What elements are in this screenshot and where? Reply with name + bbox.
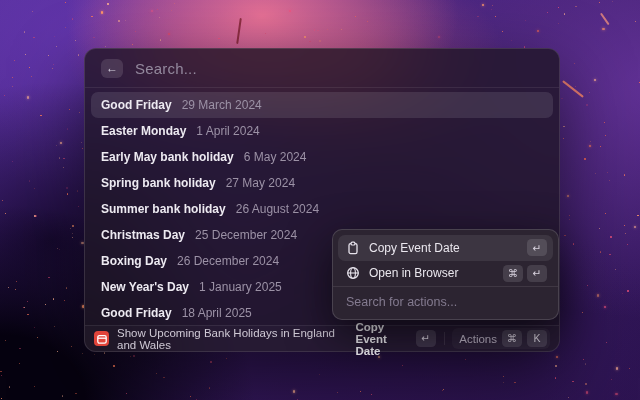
command-key-badge: ⌘ [502, 330, 522, 347]
holiday-title: Early May bank holiday [101, 150, 234, 164]
holiday-date: 26 December 2024 [177, 254, 279, 268]
actions-button[interactable]: Actions ⌘ K [452, 328, 550, 349]
primary-action-button[interactable]: Copy Event Date [356, 321, 410, 357]
launcher-window: ← Search... Good Friday 29 March 2024 Ea… [84, 48, 560, 352]
list-item[interactable]: Easter Monday 1 April 2024 [91, 118, 553, 144]
search-input[interactable]: Search... [135, 60, 197, 77]
action-search-input[interactable]: Search for actions... [346, 295, 545, 309]
calendar-red-icon [94, 331, 109, 346]
action-item-copy-event-date[interactable]: Copy Event Date ↵ [338, 235, 553, 261]
search-header: ← Search... [85, 49, 559, 88]
action-panel: Copy Event Date ↵ Open in Browser ⌘ ↵ Se… [332, 229, 559, 320]
holiday-title: Summer bank holiday [101, 202, 226, 216]
holiday-date: 29 March 2024 [182, 98, 262, 112]
action-key-badges: ⌘ ↵ [503, 265, 547, 282]
holiday-date: 1 April 2024 [196, 124, 259, 138]
command-title: Show Upcoming Bank Holidays in England a… [117, 327, 348, 351]
back-arrow-icon: ← [106, 62, 118, 74]
holiday-title: Spring bank holiday [101, 176, 216, 190]
holiday-title: Good Friday [101, 98, 172, 112]
holiday-date: 18 April 2025 [182, 306, 252, 320]
list-item[interactable]: Spring bank holiday 27 May 2024 [91, 170, 553, 196]
holiday-date: 1 January 2025 [199, 280, 282, 294]
holiday-title: Good Friday [101, 306, 172, 320]
holiday-title: New Year's Day [101, 280, 189, 294]
status-bar-right: Copy Event Date ↵ Actions ⌘ K [356, 321, 550, 357]
status-divider [444, 332, 445, 345]
action-label: Open in Browser [369, 266, 458, 280]
globe-icon [346, 266, 360, 280]
actions-label: Actions [459, 333, 497, 345]
holiday-title: Boxing Day [101, 254, 167, 268]
list-item[interactable]: Summer bank holiday 26 August 2024 [91, 196, 553, 222]
action-label: Copy Event Date [369, 241, 460, 255]
status-bar: Show Upcoming Bank Holidays in England a… [85, 325, 559, 351]
action-panel-footer: Search for actions... [333, 286, 558, 314]
holiday-date: 26 August 2024 [236, 202, 319, 216]
holiday-date: 6 May 2024 [244, 150, 307, 164]
return-key-badge: ↵ [527, 239, 547, 256]
holiday-date: 25 December 2024 [195, 228, 297, 242]
back-button[interactable]: ← [101, 59, 123, 78]
holiday-title: Christmas Day [101, 228, 185, 242]
action-item-open-in-browser[interactable]: Open in Browser ⌘ ↵ [338, 261, 553, 287]
return-key-badge: ↵ [527, 265, 547, 282]
k-key-badge: K [527, 330, 547, 347]
holiday-date: 27 May 2024 [226, 176, 295, 190]
list-item[interactable]: Early May bank holiday 6 May 2024 [91, 144, 553, 170]
action-key-badges: ↵ [527, 239, 547, 256]
holiday-title: Easter Monday [101, 124, 186, 138]
command-key-badge: ⌘ [503, 265, 523, 282]
clipboard-icon [346, 241, 360, 255]
list-item[interactable]: Good Friday 29 March 2024 [91, 92, 553, 118]
return-key-badge: ↵ [416, 330, 436, 347]
